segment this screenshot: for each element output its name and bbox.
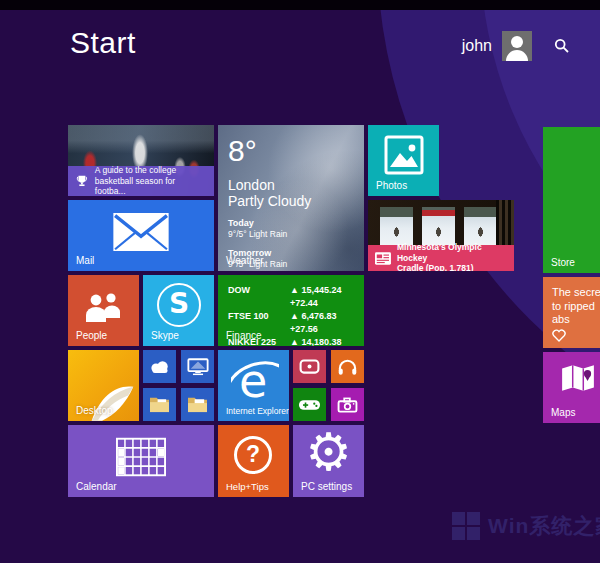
- help-question-glyph: ?: [246, 441, 260, 468]
- tile-sports[interactable]: A guide to the college basketball season…: [68, 125, 214, 196]
- tile-store[interactable]: Store: [543, 127, 600, 273]
- tile-games-small[interactable]: [293, 388, 326, 421]
- mail-envelope-icon: [113, 213, 169, 251]
- tile-weather[interactable]: 8° London Partly Cloudy Today 9°/5° Ligh…: [218, 125, 364, 271]
- user-name[interactable]: john: [462, 37, 492, 55]
- folder-icon: [186, 395, 209, 414]
- maps-icon: [560, 364, 596, 394]
- tile-music-small[interactable]: [331, 350, 364, 383]
- tile-news-hockey[interactable]: Minnesota's Olympic Hockey Cradle (Pop. …: [368, 200, 514, 271]
- people-icon: [83, 291, 125, 323]
- tile-desktop[interactable]: Desktop: [68, 350, 139, 421]
- weather-app-label: Weather: [226, 255, 264, 266]
- store-app-label: Store: [551, 257, 575, 268]
- skype-logo: S: [157, 283, 201, 327]
- tile-finance[interactable]: DOW ▲ 15,445.24 +72.44 FTSE 100 ▲ 6,476.…: [218, 275, 364, 346]
- people-app-label: People: [76, 330, 107, 341]
- mail-app-label: Mail: [76, 255, 94, 266]
- trophy-icon: [75, 174, 89, 188]
- calendar-icon: [116, 437, 166, 477]
- user-cluster[interactable]: john: [462, 31, 570, 61]
- finance-index-value: ▲ 15,445.24 +72.44: [290, 284, 364, 310]
- tile-this-pc-small[interactable]: [181, 350, 214, 383]
- sports-headline-banner: A guide to the college basketball season…: [68, 166, 214, 196]
- computer-icon: [187, 357, 209, 377]
- weather-today-label: Today: [228, 218, 354, 229]
- search-button[interactable]: [554, 38, 570, 54]
- hockey-headline-line2: Cradle (Pop. 1,781): [397, 263, 507, 271]
- desktop-app-label: Desktop: [76, 405, 113, 416]
- sports-headline-line2: basketball season for footba...: [95, 176, 207, 196]
- tile-folder-small[interactable]: [181, 388, 214, 421]
- help-icon: ?: [234, 436, 272, 474]
- ie-orbit-ring: [231, 354, 279, 406]
- hockey-photo-2: [422, 207, 455, 246]
- photos-app-label: Photos: [376, 180, 407, 191]
- heart-icon: [552, 329, 566, 342]
- avatar[interactable]: [502, 31, 532, 61]
- tile-calendar[interactable]: Calendar: [68, 425, 214, 497]
- finance-row-dow: DOW ▲ 15,445.24 +72.44: [228, 284, 364, 310]
- tile-help-tips[interactable]: ? Help+Tips: [218, 425, 289, 497]
- tile-video-small[interactable]: [293, 350, 326, 383]
- hockey-photo-1: [380, 207, 413, 246]
- weather-city: London: [228, 177, 354, 193]
- tile-skype[interactable]: S Skype: [143, 275, 214, 346]
- watermark-text: Win系统之家: [488, 512, 600, 540]
- game-controller-icon: [298, 398, 321, 412]
- windows-logo-watermark: [452, 512, 480, 540]
- camera-icon: [337, 397, 358, 413]
- search-icon: [554, 38, 570, 54]
- tile-maps[interactable]: Maps: [543, 352, 600, 423]
- weather-today-forecast: 9°/5° Light Rain: [228, 229, 354, 239]
- finance-index-value: ▲ 6,476.83 +27.56: [290, 310, 364, 336]
- health-headline: The secret to ripped abs: [552, 286, 600, 327]
- page-title: Start: [70, 26, 136, 60]
- photos-icon: [384, 135, 424, 175]
- start-screen: Start john A guide to the college basket…: [0, 0, 600, 563]
- tile-pc-settings[interactable]: ⚙ PC settings: [293, 425, 364, 497]
- helptips-app-label: Help+Tips: [226, 481, 269, 492]
- finance-app-label: Finance: [226, 330, 262, 341]
- top-black-bar: [0, 0, 600, 10]
- sports-headline-line1: A guide to the college: [95, 165, 207, 176]
- finance-index-name: DOW: [228, 284, 290, 310]
- cloud-icon: [148, 359, 172, 375]
- finance-index-value: ▲ 14,180.38 +171.91: [290, 336, 364, 346]
- maps-app-label: Maps: [551, 407, 575, 418]
- weather-condition: Partly Cloudy: [228, 193, 354, 209]
- skype-logo-letter: S: [169, 290, 189, 318]
- video-icon: [299, 359, 320, 374]
- news-icon: [375, 252, 391, 265]
- watermark: Win系统之家: [452, 512, 600, 540]
- hockey-photo-3: [464, 207, 497, 246]
- tile-internet-explorer[interactable]: e Internet Explorer: [218, 350, 289, 421]
- folder-icon: [148, 395, 171, 414]
- ie-app-label: Internet Explorer: [226, 406, 289, 416]
- tile-health-fitness[interactable]: The secret to ripped abs: [543, 277, 600, 348]
- tile-mail[interactable]: Mail: [68, 200, 214, 271]
- pcsettings-app-label: PC settings: [301, 481, 352, 492]
- gear-icon: ⚙: [293, 425, 364, 482]
- tile-camera-small[interactable]: [331, 388, 364, 421]
- headphones-icon: [337, 358, 358, 376]
- tile-folder-small[interactable]: [143, 388, 176, 421]
- ie-logo: e: [231, 354, 279, 406]
- calendar-app-label: Calendar: [76, 481, 117, 492]
- tile-photos[interactable]: Photos: [368, 125, 439, 196]
- tile-people[interactable]: People: [68, 275, 139, 346]
- hockey-photo-fence: [496, 200, 514, 245]
- hockey-headline-line1: Minnesota's Olympic Hockey: [397, 242, 507, 263]
- hockey-headline-banner: Minnesota's Olympic Hockey Cradle (Pop. …: [368, 245, 514, 271]
- weather-temperature: 8°: [228, 135, 354, 167]
- skype-app-label: Skype: [151, 330, 179, 341]
- tile-skydrive-small[interactable]: [143, 350, 176, 383]
